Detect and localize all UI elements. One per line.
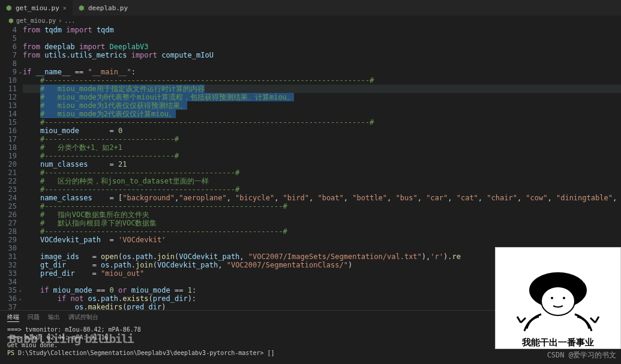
meme-sticker: 我能干出一番事业 [495,247,621,349]
terminal-tab[interactable]: 调试控制台 [68,313,98,322]
sticker-caption: 我能干出一番事业 [522,337,594,348]
bilibili-icon: bilibili [85,332,133,346]
editor-tabs: ⬢get_miou.py×⬢deeplab.py [0,0,621,16]
python-icon: ⬢ [6,4,12,12]
watermark-csdn: CSDN @爱学习的书文 [547,350,616,360]
editor-tab[interactable]: ⬢get_miou.py× [0,0,73,16]
svg-point-2 [551,297,553,299]
editor-tab[interactable]: ⬢deeplab.py [73,0,134,16]
terminal-tab[interactable]: 终端 [7,313,19,322]
python-icon: ⬢ [79,4,85,12]
python-icon: ⬢ [8,17,14,24]
terminal-tab[interactable]: 问题 [28,313,40,322]
close-icon[interactable]: × [63,5,67,11]
svg-point-1 [541,287,575,315]
svg-point-3 [563,297,565,299]
mushroom-meme-icon [510,265,606,337]
chevron-right-icon: › [58,17,62,24]
line-gutter: 456789⌄101112131415161718192021222324252… [0,26,23,310]
terminal-tab[interactable]: 输出 [48,313,60,322]
breadcrumb[interactable]: ⬢ get_miou.py › ... [0,16,621,26]
watermark-author: Bubbliiing bilibili [9,332,133,346]
